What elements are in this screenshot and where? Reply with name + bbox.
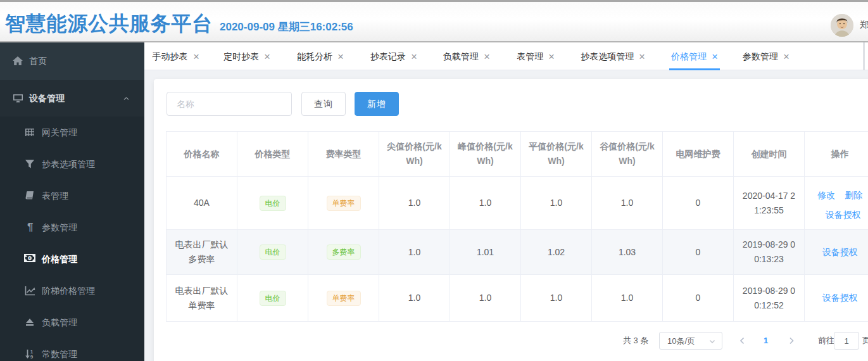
svg-text:9: 9 xyxy=(30,354,34,359)
svg-text:1: 1 xyxy=(28,255,32,261)
